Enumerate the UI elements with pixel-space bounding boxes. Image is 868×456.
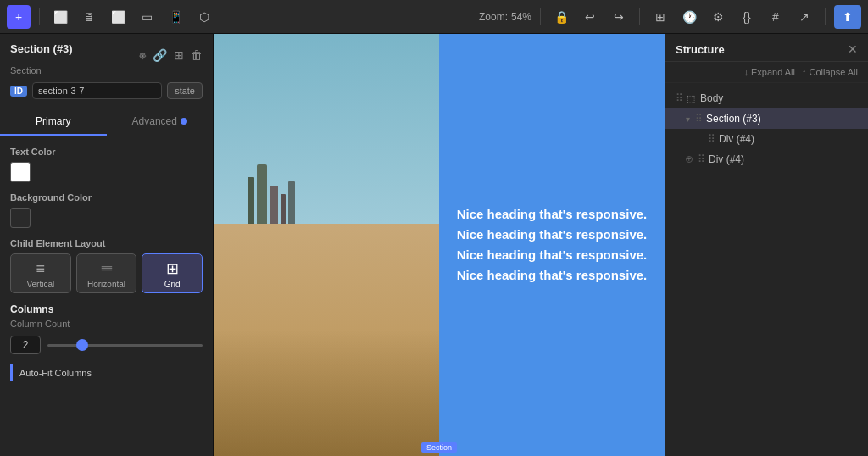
canvas-inner: Nice heading that's responsive. Nice hea…	[214, 34, 665, 456]
column-count-label: Column Count	[10, 319, 203, 329]
separator	[39, 8, 40, 25]
body-icon: ⬚	[687, 93, 695, 104]
hash-icon[interactable]: #	[764, 5, 787, 29]
slider-row	[10, 336, 203, 354]
structure-actions: ↓ Expand All ↑ Collapse All	[665, 62, 868, 83]
link-icon[interactable]: 🔗	[153, 48, 167, 62]
text-color-label: Text Color	[10, 147, 203, 157]
settings-icon[interactable]: ⚙	[706, 5, 730, 29]
desktop-icon[interactable]: ⬜	[48, 5, 72, 29]
canvas-photo	[214, 34, 439, 456]
vertical-label: Vertical	[26, 280, 54, 289]
horizontal-icon: ⦀	[99, 265, 114, 272]
tree-item-body[interactable]: ⠿ ⬚ Body	[665, 88, 868, 108]
tree-item-section3[interactable]: ▾ ⠿ Section (#3)	[665, 108, 868, 129]
copy-icon[interactable]: ⊞	[174, 48, 184, 62]
bg-color-label: Background Color	[10, 192, 203, 203]
drag-handle: ⠿	[698, 153, 704, 165]
body-label: Body	[700, 92, 723, 104]
canvas[interactable]: Nice heading that's responsive. Nice hea…	[214, 34, 665, 456]
panel-actions: ⎈ 🔗 ⊞ 🗑	[139, 48, 203, 62]
zoom-value: 54%	[511, 11, 531, 23]
heading-line-4: Nice heading that's responsive.	[457, 265, 647, 286]
text-color-swatch[interactable]	[10, 162, 31, 182]
left-panel: Section (#3) ⎈ 🔗 ⊞ 🗑 Section ID state Pr…	[0, 34, 214, 456]
id-badge: ID	[10, 86, 27, 97]
panel-header: Section (#3) ⎈ 🔗 ⊞ 🗑 Section ID state	[0, 34, 213, 108]
vertical-icon: ≡	[36, 261, 46, 276]
table-icon[interactable]: ⊞	[648, 5, 672, 29]
panel-subtitle: Section	[10, 65, 203, 75]
structure-tree: ⠿ ⬚ Body ▾ ⠿ Section (#3) ⠿ Div (#4) + ⠿…	[665, 83, 868, 456]
layout-grid[interactable]: ⊞ Grid	[142, 253, 203, 293]
drag-handle: ⠿	[708, 133, 714, 145]
text-color-row	[10, 162, 203, 182]
structure-header: Structure ✕	[665, 34, 868, 62]
grid-icon: ⊞	[166, 261, 179, 276]
mobile-landscape-icon[interactable]: ▭	[135, 5, 159, 29]
structure-title: Structure	[676, 43, 725, 56]
publish-button[interactable]: ⬆	[834, 5, 861, 29]
heading-line-2: Nice heading that's responsive.	[457, 225, 647, 245]
clock-icon[interactable]: 🕐	[677, 5, 701, 29]
column-count-slider[interactable]	[47, 344, 203, 347]
monitor-icon[interactable]: 🖥	[77, 5, 101, 29]
state-button[interactable]: state	[167, 82, 203, 99]
horizontal-label: Horizontal	[87, 280, 125, 289]
separator	[540, 8, 541, 25]
bg-color-row	[10, 208, 203, 228]
canvas-heading: Nice heading that's responsive. Nice hea…	[457, 204, 647, 286]
layout-options: ≡ Vertical ⦀ Horizontal ⊞ Grid	[10, 253, 203, 293]
child-layout-label: Child Element Layout	[10, 238, 203, 248]
auto-fit-row: Auto-Fit Columns	[10, 364, 203, 381]
grid-label: Grid	[164, 280, 181, 289]
tree-item-div4-1[interactable]: ⠿ Div (#4)	[665, 129, 868, 149]
add-circle-icon: +	[686, 156, 693, 163]
canvas-blue: Nice heading that's responsive. Nice hea…	[439, 34, 665, 456]
tablet-icon[interactable]: ⬜	[106, 5, 130, 29]
tab-advanced[interactable]: Advanced	[107, 108, 214, 136]
close-button[interactable]: ✕	[848, 42, 858, 56]
advanced-indicator	[181, 118, 187, 125]
div4-2-label: Div (#4)	[709, 153, 744, 165]
heading-line-1: Nice heading that's responsive.	[457, 204, 647, 225]
tree-item-div4-2[interactable]: + ⠿ Div (#4)	[665, 149, 868, 170]
code-icon[interactable]: {}	[735, 5, 759, 29]
redo-icon[interactable]: ↪	[607, 5, 631, 29]
panel-content: Text Color Background Color Child Elemen…	[0, 136, 213, 456]
column-count-input[interactable]	[10, 336, 41, 354]
external-icon[interactable]: ↗	[793, 5, 816, 29]
separator	[639, 8, 640, 25]
tab-primary[interactable]: Primary	[0, 108, 107, 136]
id-input[interactable]	[32, 82, 162, 99]
lock-icon[interactable]: 🔒	[549, 5, 573, 29]
zoom-info: Zoom: 54%	[479, 11, 531, 23]
expand-arrow: ▾	[686, 114, 690, 124]
top-toolbar: + ⬜ 🖥 ⬜ ▭ 📱 ⬡ Zoom: 54% 🔒 ↩ ↪ ⊞ 🕐 ⚙ {} #…	[0, 0, 868, 34]
expand-all-button[interactable]: ↓ Expand All	[743, 67, 795, 77]
delete-icon[interactable]: 🗑	[191, 48, 203, 62]
zoom-label: Zoom:	[479, 11, 508, 23]
div4-1-label: Div (#4)	[719, 133, 754, 145]
component-icon[interactable]: ⬡	[192, 5, 216, 29]
beach-overlay	[214, 330, 439, 456]
buildings	[248, 164, 295, 224]
drag-handle: ⠿	[695, 113, 701, 125]
auto-fit-label: Auto-Fit Columns	[19, 368, 92, 378]
add-button[interactable]: +	[7, 5, 31, 29]
undo-icon[interactable]: ↩	[578, 5, 602, 29]
bg-color-swatch[interactable]	[10, 208, 31, 228]
columns-section: Columns Column Count Auto-Fit Columns	[10, 303, 203, 381]
main-layout: Section (#3) ⎈ 🔗 ⊞ 🗑 Section ID state Pr…	[0, 34, 868, 456]
collapse-all-button[interactable]: ↑ Collapse All	[802, 67, 858, 77]
separator	[825, 8, 826, 25]
layout-vertical[interactable]: ≡ Vertical	[10, 253, 71, 293]
heading-line-3: Nice heading that's responsive.	[457, 245, 647, 265]
mobile-icon[interactable]: 📱	[164, 5, 187, 29]
section-tag: Section	[421, 442, 457, 453]
panel-id-row: ID state	[10, 82, 203, 99]
drag-handle: ⠿	[676, 92, 682, 104]
columns-title: Columns	[10, 303, 203, 315]
structure-icon[interactable]: ⎈	[139, 48, 146, 62]
layout-horizontal[interactable]: ⦀ Horizontal	[76, 253, 137, 293]
